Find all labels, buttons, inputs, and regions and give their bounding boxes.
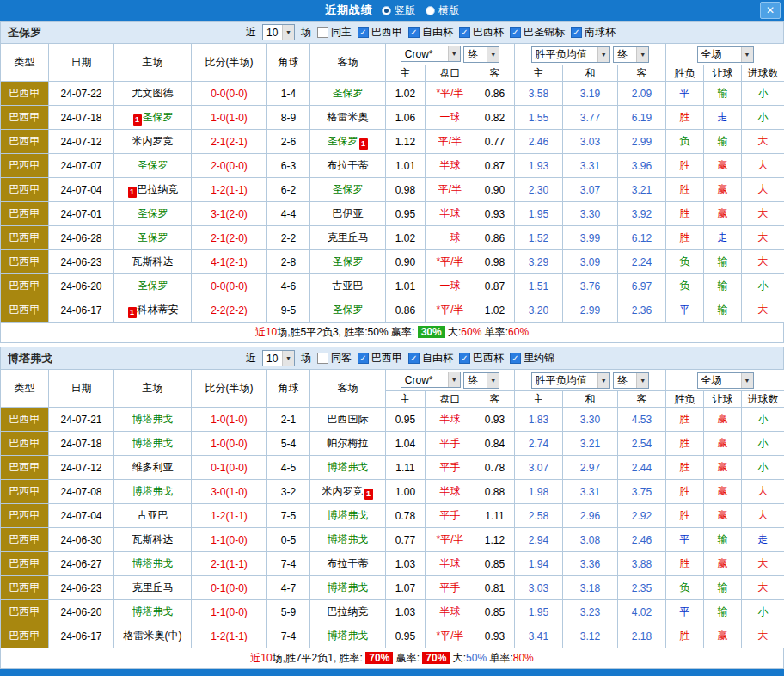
match-row: 巴西甲24-07-07圣保罗2-0(0-0)6-3布拉干蒂1.01半球0.871… — [1, 154, 784, 178]
handicap-result-cell: 赢 — [704, 480, 742, 504]
col-score: 比分(半场) — [192, 370, 267, 408]
bookmaker-select[interactable]: Crow*▼ — [401, 372, 461, 388]
team-name: 博塔弗戈 — [132, 413, 174, 425]
close-button[interactable]: ✕ — [760, 2, 781, 19]
away-odds-cell: 0.78 — [475, 456, 515, 480]
handicap-cell: 半球 — [426, 480, 475, 504]
goals-result-cell: 小 — [742, 82, 784, 106]
same-side-checkbox[interactable]: 同客 — [317, 351, 352, 366]
section-header-1: 博塔弗戈 近 10 ▼ 场 同客 ✓巴西甲✓自由杯✓巴西杯✓里约锦 — [0, 347, 784, 369]
corner-cell: 6-3 — [267, 154, 310, 178]
games-count-select[interactable]: 10 ▼ — [262, 24, 295, 40]
corner-cell: 7-4 — [267, 552, 310, 576]
col-result-handicap: 让球 — [704, 65, 742, 82]
handicap-result-cell: 输 — [704, 82, 742, 106]
select-value: 终 — [468, 373, 478, 388]
league-filter-checkbox[interactable]: ✓巴西杯 — [459, 25, 504, 40]
red-card-icon: 1 — [133, 114, 142, 126]
dropdown-arrow-icon: ▼ — [741, 373, 753, 388]
vertical-view-radio[interactable]: 竖版 — [382, 3, 415, 18]
avg-draw-cell: 3.21 — [563, 432, 618, 456]
bookmaker-select[interactable]: Crow*▼ — [401, 46, 461, 62]
footer-stat-segment: 60% — [508, 326, 529, 338]
home-odds-cell: 1.01 — [386, 154, 426, 178]
handicap-result-cell: 赢 — [704, 178, 742, 202]
date-cell: 24-07-12 — [49, 456, 114, 480]
checkbox-icon — [317, 353, 328, 364]
goals-result-cell: 大 — [742, 154, 784, 178]
col-wdl-home: 主 — [515, 65, 563, 82]
dropdown-arrow-icon: ▼ — [597, 373, 609, 388]
league-cell: 巴西甲 — [1, 432, 49, 456]
dropdown-arrow-icon: ▼ — [282, 351, 294, 366]
footer-stat-segment: 大: — [445, 326, 462, 338]
full-match-select[interactable]: 全场▼ — [697, 372, 754, 389]
league-filter-checkbox[interactable]: ✓巴西杯 — [459, 351, 504, 366]
handicap-cell: 一球 — [426, 106, 475, 130]
final-select[interactable]: 终▼ — [463, 46, 499, 63]
goals-result-cell: 小 — [742, 274, 784, 298]
close-icon: ✕ — [766, 4, 775, 16]
footer-stat-segment: 30% — [418, 326, 445, 338]
titlebar: 近期战绩 竖版 横版 ✕ — [0, 0, 784, 21]
avg-win-cell: 2.46 — [515, 130, 563, 154]
corner-cell: 5-4 — [267, 432, 310, 456]
wdl-average-select[interactable]: 胜平负均值▼ — [531, 372, 610, 389]
league-filter-checkbox[interactable]: ✓巴西甲 — [358, 25, 402, 40]
league-filter-checkbox[interactable]: ✓巴圣锦标 — [510, 25, 565, 40]
wdl-average-select[interactable]: 胜平负均值▼ — [531, 46, 610, 63]
league-filter-checkbox[interactable]: ✓自由杯 — [408, 351, 453, 366]
handicap-cell: 半球 — [426, 202, 475, 226]
team-name: 圣保罗 — [138, 159, 168, 171]
same-side-label: 同客 — [331, 351, 352, 366]
team-name: 博塔弗戈 — [132, 437, 174, 449]
date-cell: 24-06-23 — [49, 250, 114, 274]
col-result-wl: 胜负 — [666, 65, 704, 82]
avg-win-cell: 1.95 — [515, 202, 563, 226]
league-cell: 巴西甲 — [1, 408, 49, 432]
league-filter-checkbox[interactable]: ✓巴西甲 — [358, 351, 402, 366]
select-value: 胜平负均值 — [536, 47, 587, 62]
team-name: 博塔弗戈 — [1, 351, 246, 366]
league-cell: 巴西甲 — [1, 202, 49, 226]
matches-tbody-1: 巴西甲24-07-21博塔弗戈1-0(1-0)2-1巴西国际0.95半球0.93… — [1, 408, 784, 648]
same-side-label: 同主 — [331, 25, 352, 40]
matches-tbody-0: 巴西甲24-07-22尤文图德0-0(0-0)1-4圣保罗1.02*平/半0.8… — [1, 82, 784, 323]
avg-draw-cell: 2.99 — [563, 298, 618, 323]
team-name: 博塔弗戈 — [328, 630, 369, 642]
scope-dropdown-group: 全场▼ — [666, 370, 784, 391]
final-select[interactable]: 终▼ — [613, 372, 649, 389]
corner-cell: 2-1 — [267, 408, 310, 432]
handicap-result-cell: 输 — [704, 250, 742, 274]
away-odds-cell: 0.90 — [475, 178, 515, 202]
score-cell: 0-0(0-0) — [192, 274, 267, 298]
league-filter-checkbox[interactable]: ✓南球杯 — [571, 25, 616, 40]
final-select[interactable]: 终▼ — [463, 372, 499, 389]
wl-result-cell: 平 — [666, 600, 704, 624]
handicap-result-cell: 赢 — [704, 202, 742, 226]
full-match-select[interactable]: 全场▼ — [697, 46, 754, 63]
dropdown-arrow-icon: ▼ — [487, 47, 499, 62]
avg-lose-cell: 3.88 — [618, 552, 666, 576]
horizontal-view-radio[interactable]: 横版 — [426, 3, 459, 18]
handicap-cell: 平手 — [426, 576, 475, 600]
league-filter-checkbox[interactable]: ✓自由杯 — [408, 25, 453, 40]
avg-win-cell: 1.52 — [515, 226, 563, 250]
final-select[interactable]: 终▼ — [613, 46, 649, 63]
wl-result-cell: 胜 — [666, 226, 704, 250]
checkbox-icon — [317, 27, 328, 38]
home-team-cell: 尤文图德 — [114, 82, 192, 106]
games-count-select[interactable]: 10 ▼ — [262, 350, 295, 366]
handicap-result-cell: 走 — [704, 226, 742, 250]
radio-selected-icon — [382, 6, 391, 15]
section-stats-1: 近10场,胜7平2负1, 胜率: 70% 赢率: 70% 大:50% 单率:80… — [0, 648, 784, 669]
team-name: 格雷米奥 — [328, 111, 369, 123]
date-cell: 24-06-28 — [49, 226, 114, 250]
score-cell: 0-1(0-0) — [192, 576, 267, 600]
avg-lose-cell: 3.21 — [618, 178, 666, 202]
team-name: 博塔弗戈 — [132, 557, 174, 569]
same-side-checkbox[interactable]: 同主 — [317, 25, 352, 40]
date-cell: 24-07-21 — [49, 408, 114, 432]
league-filter-checkbox[interactable]: ✓里约锦 — [510, 351, 554, 366]
filters-1: 近 10 ▼ 场 同客 ✓巴西甲✓自由杯✓巴西杯✓里约锦 — [246, 350, 554, 366]
